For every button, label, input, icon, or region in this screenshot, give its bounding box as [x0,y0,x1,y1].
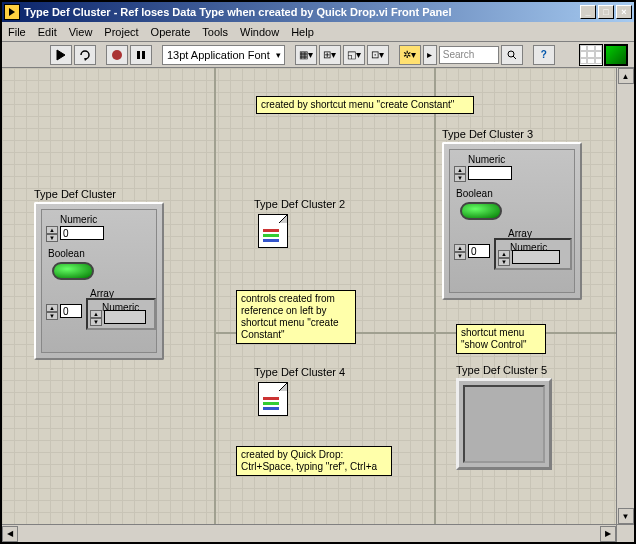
help-button[interactable]: ? [533,45,555,65]
cluster3-array-index-spinner[interactable]: ▲▼ [454,244,466,260]
cluster4-title: Type Def Cluster 4 [254,366,345,378]
scroll-down-button[interactable]: ▼ [618,508,634,524]
app-window: Type Def Cluster - Ref loses Data Type w… [0,0,636,544]
cluster4-refnum[interactable] [258,382,288,416]
cluster1-boolean-button[interactable] [52,262,94,280]
cluster1-title: Type Def Cluster [34,188,116,200]
menu-help[interactable]: Help [291,26,314,38]
titlebar: Type Def Cluster - Ref loses Data Type w… [2,2,634,22]
svg-marker-0 [9,8,15,16]
horizontal-scrollbar[interactable]: ◀ ▶ [2,524,616,542]
cluster2-title: Type Def Cluster 2 [254,198,345,210]
font-dropdown[interactable]: 13pt Application Font [162,45,285,65]
minimize-button[interactable]: _ [580,5,596,19]
align-dropdown[interactable]: ▦▾ [295,45,317,65]
cluster3[interactable]: Numeric ▲▼ Boolean Array ▲▼ 0 Numeric ▲▼ [442,142,582,300]
run-button[interactable] [50,45,72,65]
front-panel-canvas[interactable]: created by shortcut menu "create Constan… [2,68,616,524]
app-icon [4,4,20,20]
close-button[interactable]: × [616,5,632,19]
cluster3-array-elem-value[interactable] [512,250,560,264]
divider-vertical-2 [434,68,436,524]
scroll-right-button[interactable]: ▶ [600,526,616,542]
cluster2-refnum[interactable] [258,214,288,248]
cluster3-array-index[interactable]: 0 [468,244,490,258]
svg-marker-1 [57,50,65,60]
menu-tools[interactable]: Tools [202,26,228,38]
run-continuous-button[interactable] [74,45,96,65]
toolbar: 13pt Application Font ▦▾ ⊞▾ ◱▾ ⊡▾ ✲▾ ▸ S… [2,42,634,68]
scroll-corner [616,524,634,542]
menu-window[interactable]: Window [240,26,279,38]
menu-file[interactable]: File [8,26,26,38]
svg-line-7 [513,56,516,59]
search-divider-button[interactable]: ▸ [423,45,437,65]
abort-button[interactable] [106,45,128,65]
menu-project[interactable]: Project [104,26,138,38]
distribute-dropdown[interactable]: ⊞▾ [319,45,341,65]
cluster1[interactable]: Numeric ▲▼ 0 Boolean Array ▲▼ 0 Numeric … [34,202,164,360]
cluster1-numeric-label: Numeric [60,214,97,225]
cluster3-boolean-label: Boolean [456,188,493,199]
cluster1-array-index[interactable]: 0 [60,304,82,318]
grid-icon[interactable] [579,44,603,66]
note-mid: controls created from reference on left … [236,290,356,344]
scroll-left-button[interactable]: ◀ [2,526,18,542]
maximize-button[interactable]: □ [598,5,614,19]
vi-icon[interactable] [604,44,628,66]
svg-point-3 [112,50,122,60]
canvas-area: created by shortcut menu "create Constan… [2,68,634,542]
cluster3-boolean-button[interactable] [460,202,502,220]
cluster1-numeric-spinner[interactable]: ▲▼ [46,226,58,242]
search-button[interactable] [501,45,523,65]
window-title: Type Def Cluster - Ref loses Data Type w… [24,6,580,18]
svg-rect-4 [137,51,140,59]
cluster3-numeric-label: Numeric [468,154,505,165]
cluster3-array-elem-spinner[interactable]: ▲▼ [498,250,510,266]
cluster3-numeric-value[interactable] [468,166,512,180]
cluster5[interactable] [456,378,552,470]
menu-view[interactable]: View [69,26,93,38]
cluster3-numeric-spinner[interactable]: ▲▼ [454,166,466,182]
cluster1-numeric-value[interactable]: 0 [60,226,104,240]
cluster1-array-index-spinner[interactable]: ▲▼ [46,304,58,320]
cluster1-array-elem-spinner[interactable]: ▲▼ [90,310,102,326]
menu-edit[interactable]: Edit [38,26,57,38]
note-top: created by shortcut menu "create Constan… [256,96,474,114]
search-input[interactable]: Search [439,46,499,64]
cluster3-title: Type Def Cluster 3 [442,128,533,140]
vertical-scrollbar[interactable]: ▲ ▼ [616,68,634,524]
note-bottom: created by Quick Drop: Ctrl+Space, typin… [236,446,392,476]
resize-dropdown[interactable]: ◱▾ [343,45,365,65]
menubar: File Edit View Project Operate Tools Win… [2,22,634,42]
cluster1-array-elem-value[interactable] [104,310,146,324]
scroll-up-button[interactable]: ▲ [618,68,634,84]
menu-operate[interactable]: Operate [151,26,191,38]
pause-button[interactable] [130,45,152,65]
highlight-button[interactable]: ✲▾ [399,45,421,65]
note-right: shortcut menu "show Control" [456,324,546,354]
cluster5-title: Type Def Cluster 5 [456,364,547,376]
cluster1-boolean-label: Boolean [48,248,85,259]
svg-rect-5 [142,51,145,59]
reorder-dropdown[interactable]: ⊡▾ [367,45,389,65]
divider-vertical-1 [214,68,216,524]
